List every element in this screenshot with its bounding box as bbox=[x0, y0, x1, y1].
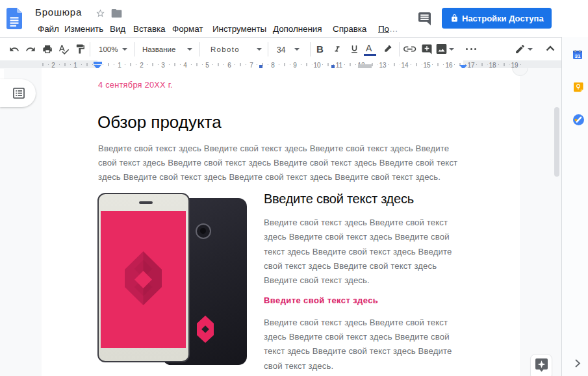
svg-text:31: 31 bbox=[575, 53, 581, 59]
